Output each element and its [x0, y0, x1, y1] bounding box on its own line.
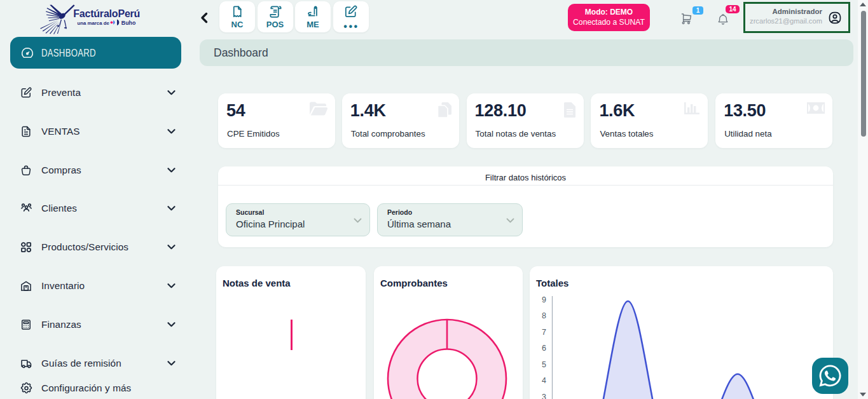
svg-text:4: 4 — [542, 376, 546, 385]
svg-text:una marca de: una marca de — [78, 20, 110, 26]
svg-text:3: 3 — [542, 393, 546, 399]
svg-text:Buho: Buho — [121, 20, 136, 26]
svg-text:9: 9 — [542, 295, 546, 304]
svg-text:8: 8 — [542, 311, 546, 320]
svg-text:6: 6 — [542, 344, 546, 353]
svg-text:FactúraloPerú: FactúraloPerú — [73, 8, 140, 19]
svg-text:7: 7 — [542, 328, 546, 337]
svg-text:5: 5 — [542, 360, 546, 369]
